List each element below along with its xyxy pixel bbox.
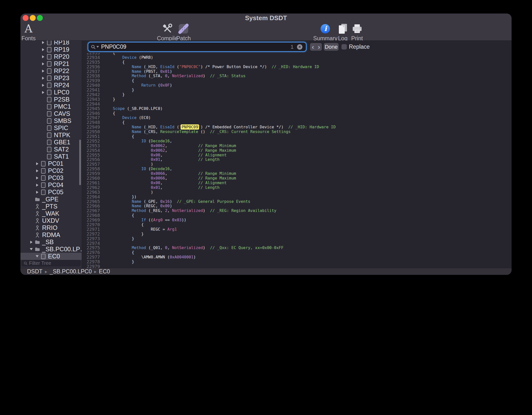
sidebar-item-rp22[interactable]: RP22 bbox=[20, 67, 82, 74]
disclosure-triangle-icon[interactable] bbox=[40, 67, 46, 74]
sidebar-item-sb-pc00-lp[interactable]: _SB.PC00.LP… bbox=[20, 246, 82, 253]
code-text: Name (PBST, 0x01) bbox=[101, 69, 172, 74]
disclosure-triangle-icon[interactable] bbox=[34, 160, 40, 167]
disclosure-triangle-icon[interactable] bbox=[34, 253, 40, 260]
sidebar-item-smbs[interactable]: SMBS bbox=[20, 117, 82, 124]
code-line: 22950 Name (_CRS, ResourceTemplate () //… bbox=[82, 130, 512, 134]
disclosure-triangle-icon[interactable] bbox=[34, 189, 40, 196]
search-menu-chevron-icon[interactable] bbox=[96, 46, 99, 48]
disclosure-triangle-icon[interactable] bbox=[40, 74, 46, 82]
compile-icon bbox=[157, 23, 178, 35]
zoom-button[interactable] bbox=[37, 15, 43, 21]
sidebar-item-gbe1[interactable]: GBE1 bbox=[20, 139, 82, 146]
sidebar-item-pc02[interactable]: PC02 bbox=[20, 167, 82, 174]
doc-icon bbox=[47, 41, 52, 45]
sidebar-item-pc05[interactable]: PC05 bbox=[20, 189, 82, 196]
sidebar-item-pc03[interactable]: PC03 bbox=[20, 174, 82, 181]
code-line: 22964 }) bbox=[82, 195, 512, 199]
find-previous-button[interactable]: ‹ bbox=[310, 43, 316, 51]
disclosure-triangle-icon bbox=[40, 96, 46, 103]
titlebar[interactable]: System DSDT bbox=[20, 14, 512, 22]
disclosure-triangle-icon[interactable] bbox=[34, 174, 40, 181]
sidebar-item-pmc1[interactable]: PMC1 bbox=[20, 103, 82, 110]
disclosure-triangle-icon[interactable] bbox=[40, 46, 46, 53]
sidebar-item-ntpk[interactable]: NTPK bbox=[20, 132, 82, 139]
sidebar-item-lpc0[interactable]: LPC0 bbox=[20, 89, 82, 96]
code-lines[interactable]: 22933 {22934 Device (PWRB)22935 {22936 N… bbox=[82, 51, 512, 268]
disclosure-triangle-icon[interactable] bbox=[40, 82, 46, 89]
sidebar-item-sat1[interactable]: SAT1 bbox=[20, 153, 82, 160]
sidebar-item-cavs[interactable]: CAVS bbox=[20, 110, 82, 117]
sidebar-item-p2sb[interactable]: P2SB bbox=[20, 96, 82, 103]
line-number: 22963 bbox=[82, 190, 101, 195]
sidebar-item-label: PC03 bbox=[48, 174, 63, 181]
sidebar-item-label: EC0 bbox=[48, 253, 60, 260]
code-line: 22953 0x0062, // Range Minimum bbox=[82, 144, 512, 148]
print-button[interactable]: Print bbox=[351, 23, 363, 42]
sidebar-item-label: RDMA bbox=[42, 231, 60, 238]
sidebar-item-rdma[interactable]: RDMA bbox=[20, 231, 82, 238]
compile-button[interactable]: Compile bbox=[157, 23, 178, 42]
breadcrumb-separator-icon: ▸ bbox=[45, 269, 47, 274]
code-text: } bbox=[101, 92, 125, 97]
toolbar: A Fonts Compile bbox=[20, 22, 512, 41]
sidebar-item-wak[interactable]: _WAK bbox=[20, 210, 82, 217]
sidebar-item-label: _SB bbox=[42, 238, 54, 246]
doc-icon bbox=[47, 104, 52, 110]
disclosure-triangle-icon[interactable] bbox=[40, 53, 46, 60]
doc-icon bbox=[47, 54, 52, 60]
clear-search-button[interactable]: × bbox=[297, 44, 302, 50]
search-icon bbox=[24, 261, 28, 265]
doc-icon bbox=[47, 68, 52, 74]
code-line: 22971 REGC = Arg1 bbox=[82, 227, 512, 232]
sidebar-item-rp18[interactable]: RP18 bbox=[20, 41, 82, 46]
replace-checkbox[interactable] bbox=[342, 44, 347, 49]
code-line: 22951 { bbox=[82, 134, 512, 139]
breadcrumb-item[interactable]: EC0 bbox=[99, 268, 110, 275]
disclosure-triangle-icon[interactable] bbox=[40, 41, 46, 46]
sidebar-item-pc04[interactable]: PC04 bbox=[20, 181, 82, 189]
sidebar-item-rp19[interactable]: RP19 bbox=[20, 46, 82, 53]
disclosure-triangle-icon[interactable] bbox=[28, 238, 34, 246]
replace-toggle: Replace bbox=[342, 43, 370, 51]
disclosure-triangle-icon[interactable] bbox=[34, 167, 40, 174]
fonts-button[interactable]: A Fonts bbox=[21, 23, 36, 42]
breadcrumb-item[interactable]: _SB.PC00.LPC0 bbox=[50, 268, 92, 275]
minimize-button[interactable] bbox=[30, 15, 36, 21]
disclosure-triangle-icon[interactable] bbox=[40, 89, 46, 96]
method-icon bbox=[35, 204, 40, 209]
sidebar-item-pc01[interactable]: PC01 bbox=[20, 160, 82, 167]
code-text: { bbox=[101, 78, 134, 83]
find-next-button[interactable]: › bbox=[316, 43, 322, 51]
sidebar-item-sat2[interactable]: SAT2 bbox=[20, 146, 82, 153]
code-line: 22935 { bbox=[82, 60, 512, 65]
sidebar-item-rrio[interactable]: RRIO bbox=[20, 224, 82, 231]
sidebar-item-sb[interactable]: _SB bbox=[20, 238, 82, 246]
sidebar-item-pts[interactable]: _PTS bbox=[20, 203, 82, 210]
sidebar-item-ec0[interactable]: EC0 bbox=[20, 253, 82, 260]
sidebar-item-spic[interactable]: SPIC bbox=[20, 124, 82, 132]
close-button[interactable] bbox=[23, 15, 29, 21]
disclosure-triangle-icon[interactable] bbox=[28, 246, 34, 253]
match-count: 1 bbox=[291, 44, 294, 50]
code-editor[interactable]: 22933 {22934 Device (PWRB)22935 {22936 N… bbox=[82, 41, 512, 268]
search-input[interactable]: PNP0C09 1 × bbox=[88, 43, 306, 51]
disclosure-triangle-icon[interactable] bbox=[34, 181, 40, 189]
sidebar-item-rp24[interactable]: RP24 bbox=[20, 82, 82, 89]
patch-button[interactable]: Patch bbox=[176, 23, 191, 42]
sidebar-item-rp20[interactable]: RP20 bbox=[20, 53, 82, 60]
breadcrumb-item[interactable]: DSDT bbox=[27, 268, 43, 275]
sidebar-item-rp23[interactable]: RP23 bbox=[20, 74, 82, 82]
sidebar-item-uxdv[interactable]: UXDV bbox=[20, 217, 82, 224]
summary-button[interactable]: i Summary bbox=[313, 23, 337, 42]
disclosure-triangle-icon bbox=[40, 146, 46, 153]
code-text: { bbox=[101, 111, 115, 116]
sidebar-scrollbar[interactable] bbox=[79, 140, 81, 185]
sidebar-item-gpe[interactable]: _GPE bbox=[20, 196, 82, 203]
log-button[interactable]: Log bbox=[337, 23, 348, 42]
filter-tree-input[interactable]: Filter Tree bbox=[22, 260, 80, 266]
code-text bbox=[101, 264, 103, 268]
disclosure-triangle-icon[interactable] bbox=[40, 60, 46, 67]
done-button[interactable]: Done bbox=[324, 43, 339, 51]
sidebar-item-rp21[interactable]: RP21 bbox=[20, 60, 82, 67]
